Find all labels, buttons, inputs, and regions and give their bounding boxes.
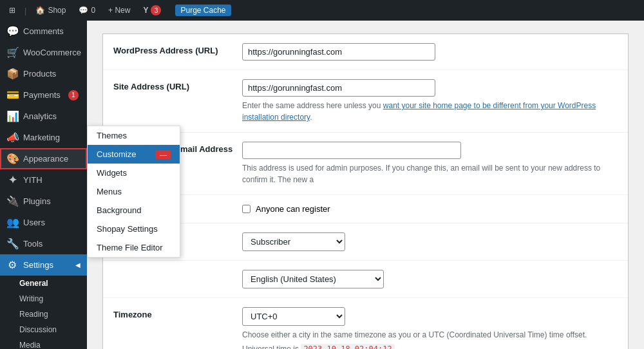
admin-email-control: This address is used for admin purposes.… bbox=[242, 142, 618, 185]
sidebar-item-yith[interactable]: ✦ YITH bbox=[0, 169, 87, 191]
yith-badge: 3 bbox=[151, 5, 161, 15]
sidebar-item-label: Payments bbox=[23, 90, 61, 100]
sidebar-item-label: Appearance bbox=[23, 154, 68, 164]
settings-arrow: ◀ bbox=[75, 261, 80, 269]
marketing-icon: 📣 bbox=[6, 131, 18, 144]
sidebar-item-label: Products bbox=[23, 69, 56, 79]
plugins-icon: 🔌 bbox=[6, 195, 18, 207]
appearance-menu-theme-file-editor[interactable]: Theme File Editor bbox=[88, 238, 180, 257]
settings-sub-reading[interactable]: Reading bbox=[0, 307, 87, 322]
comments-link[interactable]: 💬 0 bbox=[75, 6, 99, 15]
sidebar-item-label: Tools bbox=[23, 239, 43, 249]
site-address-hint: Enter the same address here unless you w… bbox=[242, 100, 618, 123]
membership-label: Anyone can register bbox=[256, 204, 330, 214]
comments-icon: 💬 bbox=[79, 6, 88, 15]
sidebar-item-woocommerce[interactable]: 🛒 WooCommerce bbox=[0, 42, 87, 63]
settings-sub-media[interactable]: Media bbox=[0, 337, 87, 349]
sidebar-item-payments[interactable]: 💳 Payments 1 bbox=[0, 84, 87, 106]
settings-icon: ⚙ bbox=[6, 259, 18, 271]
new-user-role-select[interactable]: Subscriber Contributor Author Editor Adm… bbox=[242, 232, 345, 251]
timezone-label: Timezone bbox=[113, 307, 242, 319]
settings-sub-discussion[interactable]: Discussion bbox=[0, 322, 87, 337]
site-address-hint-link[interactable]: want your site home page to be different… bbox=[242, 101, 596, 122]
membership-checkbox-row: Anyone can register bbox=[242, 204, 618, 214]
shop-icon: 🏠 bbox=[35, 6, 45, 15]
wp-address-input[interactable] bbox=[242, 43, 435, 61]
new-link[interactable]: + New bbox=[104, 6, 134, 15]
sidebar-item-appearance[interactable]: 🎨 Appearance bbox=[0, 148, 87, 169]
analytics-icon: 📊 bbox=[6, 110, 18, 122]
appearance-menu-themes[interactable]: Themes bbox=[88, 126, 180, 145]
wp-logo[interactable]: ⊞ bbox=[5, 6, 19, 15]
sidebar-item-label: Marketing bbox=[23, 133, 60, 142]
payments-icon: 💳 bbox=[6, 89, 18, 101]
admin-email-row: Administration Email Address This addres… bbox=[103, 133, 628, 195]
comments-icon: 💬 bbox=[6, 25, 18, 37]
site-address-label: Site Address (URL) bbox=[113, 79, 242, 91]
site-language-select[interactable]: English (United States) bbox=[242, 270, 384, 288]
timezone-control: UTC+0 UTC-5 UTC+1 UTC+8 Choose either a … bbox=[242, 307, 618, 349]
sidebar-item-label: WooCommerce bbox=[23, 48, 81, 57]
sidebar-item-users[interactable]: 👥 Users bbox=[0, 212, 87, 233]
appearance-icon: 🎨 bbox=[6, 153, 18, 165]
wp-address-row: WordPress Address (URL) bbox=[103, 34, 628, 70]
appearance-menu-background[interactable]: Background bbox=[88, 201, 180, 220]
sidebar-item-label: Users bbox=[23, 218, 45, 227]
appearance-menu-menus[interactable]: Menus bbox=[88, 182, 180, 201]
sidebar-item-label: YITH bbox=[23, 175, 43, 185]
customize-active-indicator: — bbox=[156, 150, 171, 159]
sidebar-item-plugins[interactable]: 🔌 Plugins bbox=[0, 191, 87, 212]
sidebar-item-marketing[interactable]: 📣 Marketing bbox=[0, 127, 87, 148]
sidebar-item-settings[interactable]: ⚙ Settings ◀ bbox=[0, 254, 87, 276]
sidebar-item-comments[interactable]: 💬 Comments bbox=[0, 21, 87, 42]
site-address-row: Site Address (URL) Enter the same addres… bbox=[103, 70, 628, 133]
users-icon: 👥 bbox=[6, 216, 18, 229]
sidebar-item-products[interactable]: 📦 Products bbox=[0, 63, 87, 84]
universal-time: Universal time is 2023-10-18 02:04:12 . bbox=[242, 344, 618, 349]
customize-label: Customize bbox=[97, 149, 136, 159]
sidebar-item-label: Settings bbox=[23, 260, 53, 270]
site-address-control: Enter the same address here unless you w… bbox=[242, 79, 618, 123]
settings-sub-writing[interactable]: Writing bbox=[0, 291, 87, 307]
universal-time-label: Universal time is bbox=[242, 344, 299, 349]
shop-link[interactable]: 🏠 Shop bbox=[32, 6, 70, 15]
new-user-role-row: Subscriber Contributor Author Editor Adm… bbox=[103, 223, 628, 261]
yith-icon: Y bbox=[143, 6, 148, 15]
purge-cache-button[interactable]: Purge Cache bbox=[175, 5, 231, 16]
membership-row: Anyone can register bbox=[103, 195, 628, 223]
settings-submenu: General Writing Reading Discussion Media… bbox=[0, 276, 87, 349]
site-language-row: English (United States) bbox=[103, 261, 628, 298]
appearance-menu-shopay[interactable]: Shopay Settings bbox=[88, 220, 180, 238]
timezone-select[interactable]: UTC+0 UTC-5 UTC+1 UTC+8 bbox=[242, 307, 345, 326]
site-address-input[interactable] bbox=[242, 79, 435, 97]
sidebar: 💬 Comments 🛒 WooCommerce 📦 Products 💳 Pa… bbox=[0, 21, 87, 349]
sidebar-item-label: Analytics bbox=[23, 111, 57, 121]
appearance-menu-customize[interactable]: Customize — bbox=[88, 145, 180, 164]
universal-time-value: 2023-10-18 02:04:12 bbox=[301, 344, 394, 349]
tools-icon: 🔧 bbox=[6, 238, 18, 250]
sidebar-item-tools[interactable]: 🔧 Tools bbox=[0, 233, 87, 254]
admin-email-input[interactable] bbox=[242, 142, 461, 159]
membership-checkbox[interactable] bbox=[242, 205, 251, 213]
products-icon: 📦 bbox=[6, 68, 18, 80]
sidebar-item-analytics[interactable]: 📊 Analytics bbox=[0, 106, 87, 127]
membership-control: Anyone can register bbox=[242, 204, 618, 214]
wp-address-label: WordPress Address (URL) bbox=[113, 43, 242, 55]
admin-email-hint: This address is used for admin purposes.… bbox=[242, 162, 618, 185]
topbar: ⊞ | 🏠 Shop 💬 0 + New Y 3 Purge Cache bbox=[0, 0, 644, 21]
yith-link[interactable]: Y 3 bbox=[139, 5, 165, 15]
timezone-hint: Choose either a city in the same timezon… bbox=[242, 329, 618, 341]
yith-icon: ✦ bbox=[6, 174, 18, 186]
comments-count: 0 bbox=[91, 6, 95, 15]
appearance-dropdown: Themes Customize — Widgets Menus Backgro… bbox=[87, 126, 180, 258]
new-user-role-control: Subscriber Contributor Author Editor Adm… bbox=[242, 232, 618, 251]
sidebar-item-label: Comments bbox=[23, 26, 64, 36]
appearance-menu-widgets[interactable]: Widgets bbox=[88, 164, 180, 182]
settings-sub-general[interactable]: General bbox=[0, 276, 87, 291]
wp-address-control bbox=[242, 43, 618, 61]
woocommerce-icon: 🛒 bbox=[6, 46, 18, 59]
settings-table: WordPress Address (URL) Site Address (UR… bbox=[102, 33, 629, 349]
site-language-control: English (United States) bbox=[242, 270, 618, 288]
shop-label: Shop bbox=[48, 6, 66, 15]
sidebar-item-label: Plugins bbox=[23, 196, 51, 206]
